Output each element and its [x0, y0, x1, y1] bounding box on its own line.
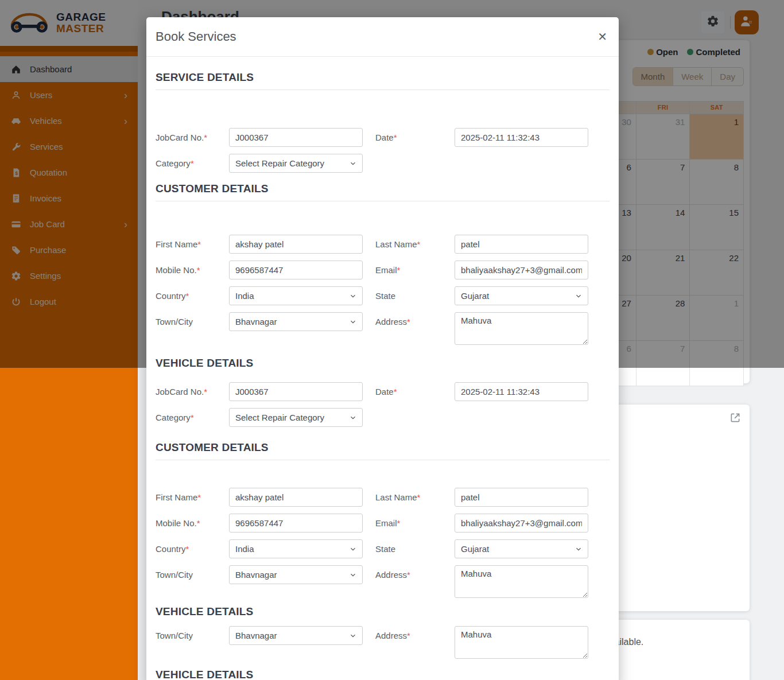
- required-asterisk: *: [191, 158, 194, 168]
- town-city-select[interactable]: Bhavnagar: [229, 312, 363, 331]
- required-asterisk: *: [397, 265, 401, 275]
- form-row: Town/CityBhavnagarAddress*Mahuva: [156, 565, 610, 598]
- date-label: Date*: [375, 382, 455, 401]
- address-label: Address*: [375, 312, 455, 331]
- category-label: Category*: [156, 154, 229, 173]
- country-label: Country*: [156, 539, 229, 558]
- state-select[interactable]: Gujarat: [455, 286, 588, 305]
- address-textarea[interactable]: Mahuva: [455, 626, 588, 659]
- town-city-label: Town/City: [156, 565, 229, 584]
- email-input[interactable]: [455, 514, 588, 533]
- town-city-select[interactable]: Bhavnagar: [229, 565, 363, 584]
- country-selected-value: India: [235, 544, 254, 554]
- last-name-label: Last Name*: [375, 488, 455, 507]
- form-row: Category*Select Repair Category: [156, 408, 610, 427]
- modal-title: Book Services: [156, 29, 236, 44]
- town-city-select[interactable]: Bhavnagar: [229, 626, 363, 645]
- town-city-label: Town/City: [156, 312, 229, 331]
- close-icon[interactable]: ✕: [597, 31, 607, 42]
- state-label: State: [375, 539, 455, 558]
- town-city-selected-value: Bhavnagar: [235, 317, 277, 327]
- country-selected-value: India: [235, 291, 254, 301]
- form-row: Country*IndiaStateGujarat: [156, 286, 610, 305]
- mobile-no-label: Mobile No.*: [156, 261, 229, 279]
- address-textarea[interactable]: Mahuva: [455, 565, 588, 598]
- town-city-selected-value: Bhavnagar: [235, 570, 277, 580]
- town-city-selected-value: Bhavnagar: [235, 631, 277, 640]
- chevron-down-icon: [349, 414, 357, 422]
- form-row: Mobile No.*Email*: [156, 514, 610, 533]
- section-divider: [156, 201, 610, 201]
- address-textarea[interactable]: Mahuva: [455, 312, 588, 345]
- external-link-icon[interactable]: [729, 412, 741, 423]
- section-title-vehicle-details: VEHICLE DETAILS: [156, 668, 610, 680]
- section-title-service-details: SERVICE DETAILS: [156, 71, 610, 84]
- chevron-down-icon: [349, 318, 357, 326]
- book-services-modal: Book Services ✕ SERVICE DETAILSJobCard N…: [146, 17, 619, 680]
- section-title-vehicle-details: VEHICLE DETAILS: [156, 605, 610, 618]
- town-city-label: Town/City: [156, 626, 229, 645]
- form-row: JobCard No.*Date*: [156, 382, 610, 401]
- chevron-down-icon: [575, 292, 583, 300]
- screen: GARAGE MASTER DashboardUsers›Vehicles›Se…: [0, 0, 784, 680]
- form-row: First Name*Last Name*: [156, 488, 610, 507]
- section-divider: [156, 460, 610, 460]
- required-asterisk: *: [197, 518, 200, 528]
- mobile-no-input[interactable]: [229, 261, 363, 279]
- jobcard-no-input[interactable]: [229, 382, 363, 401]
- required-asterisk: *: [394, 133, 397, 142]
- first-name-input[interactable]: [229, 488, 363, 507]
- jobcard-no-label: JobCard No.*: [156, 128, 229, 147]
- form-row: Town/CityBhavnagarAddress*Mahuva: [156, 626, 610, 659]
- address-label: Address*: [375, 626, 455, 645]
- form-row: Category*Select Repair Category: [156, 154, 610, 173]
- category-select[interactable]: Select Repair Category: [229, 408, 363, 427]
- required-asterisk: *: [197, 492, 201, 502]
- section-title-customer-details: CUSTOMER DETAILS: [156, 182, 610, 195]
- state-label: State: [375, 286, 455, 305]
- state-selected-value: Gujarat: [461, 544, 489, 554]
- form-row: Town/CityBhavnagarAddress*Mahuva: [156, 312, 610, 345]
- form-row: JobCard No.*Date*: [156, 128, 610, 147]
- required-asterisk: *: [417, 239, 421, 249]
- country-select[interactable]: India: [229, 539, 363, 558]
- category-selected-value: Select Repair Category: [235, 413, 324, 422]
- required-asterisk: *: [394, 387, 397, 397]
- first-name-label: First Name*: [156, 488, 229, 507]
- form-row: Mobile No.*Email*: [156, 261, 610, 279]
- state-select[interactable]: Gujarat: [455, 539, 588, 558]
- mobile-no-input[interactable]: [229, 514, 363, 533]
- required-asterisk: *: [186, 544, 189, 554]
- category-selected-value: Select Repair Category: [235, 158, 324, 168]
- first-name-input[interactable]: [229, 235, 363, 254]
- email-input[interactable]: [455, 261, 588, 279]
- form-row: Country*IndiaStateGujarat: [156, 539, 610, 558]
- first-name-label: First Name*: [156, 235, 229, 254]
- required-asterisk: *: [407, 317, 410, 327]
- chevron-down-icon: [575, 545, 583, 553]
- chevron-down-icon: [349, 292, 357, 300]
- section-title-customer-details: CUSTOMER DETAILS: [156, 441, 610, 454]
- last-name-input[interactable]: [455, 235, 588, 254]
- jobcard-no-input[interactable]: [229, 128, 363, 147]
- required-asterisk: *: [204, 133, 207, 142]
- required-asterisk: *: [397, 518, 401, 528]
- modal-header: Book Services ✕: [146, 17, 619, 57]
- last-name-input[interactable]: [455, 488, 588, 507]
- email-label: Email*: [375, 261, 455, 279]
- state-selected-value: Gujarat: [461, 291, 489, 301]
- address-label: Address*: [375, 565, 455, 584]
- required-asterisk: *: [204, 387, 207, 397]
- chevron-down-icon: [349, 632, 357, 640]
- country-select[interactable]: India: [229, 286, 363, 305]
- mobile-no-label: Mobile No.*: [156, 514, 229, 533]
- jobcard-no-label: JobCard No.*: [156, 382, 229, 401]
- section-divider: [156, 90, 610, 90]
- category-label: Category*: [156, 408, 229, 427]
- email-label: Email*: [375, 514, 455, 533]
- date-input[interactable]: [455, 382, 588, 401]
- date-input[interactable]: [455, 128, 588, 147]
- chevron-down-icon: [349, 160, 357, 168]
- modal-body: SERVICE DETAILSJobCard No.*Date*Category…: [146, 71, 619, 680]
- category-select[interactable]: Select Repair Category: [229, 154, 363, 173]
